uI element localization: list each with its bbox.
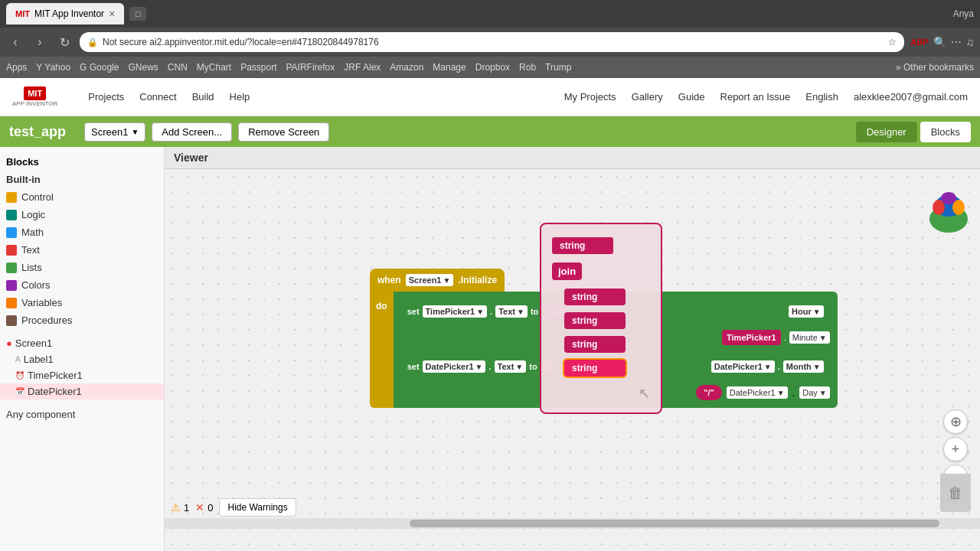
label1-tree-item[interactable]: A Label1: [0, 351, 164, 367]
datepicker1-tree-item[interactable]: 📅 DatePicker1: [0, 383, 164, 399]
lock-icon: 🔒: [87, 37, 98, 47]
blocks-label: Blocks: [6, 156, 39, 168]
app-top-bar: MIT APP INVENTOR Projects Connect Build …: [0, 78, 980, 116]
bookmark-dropbox[interactable]: Dropbox: [475, 62, 510, 73]
bookmark-yahoo[interactable]: Y Yahoo: [36, 62, 70, 73]
screen1-selector[interactable]: Screen1 ▼: [406, 274, 454, 286]
browser-chrome: MIT MIT App Inventor × □ Anya: [0, 0, 980, 28]
nav-report-issue[interactable]: Report an Issue: [720, 91, 791, 103]
ext-btn-music[interactable]: ♫: [966, 36, 975, 48]
bookmarks-bar: Apps Y Yahoo G Google GNews CNN MyChart …: [0, 57, 980, 78]
bookmark-cnn[interactable]: CNN: [168, 62, 188, 73]
zoom-in-btn[interactable]: +: [943, 437, 968, 461]
nav-language[interactable]: English: [805, 91, 838, 103]
ext-btn-2[interactable]: 🔍: [933, 36, 946, 48]
bookmark-pairfirefox[interactable]: PAIRFirefox: [286, 62, 335, 73]
screen1-icon: ●: [6, 337, 12, 349]
bookmark-passport[interactable]: Passport: [240, 62, 276, 73]
horizontal-scrollbar[interactable]: [165, 518, 980, 529]
blocks-section-label: Blocks: [0, 153, 164, 171]
bookmark-jrfalex[interactable]: JRF Alex: [344, 62, 381, 73]
datepicker1-label: DatePicker1: [28, 386, 82, 397]
sidebar-item-colors[interactable]: Colors: [0, 276, 164, 294]
popup-string-pill[interactable]: string: [552, 237, 613, 254]
string-block-3[interactable]: string: [564, 336, 626, 353]
nav-build[interactable]: Build: [192, 91, 214, 103]
more-bookmarks-btn[interactable]: » Other bookmarks: [896, 62, 974, 73]
scrollbar-thumb[interactable]: [410, 520, 939, 527]
viewer: Viewer when: [165, 147, 980, 551]
minute-selector[interactable]: Minute ▼: [789, 331, 830, 344]
hide-warnings-btn[interactable]: Hide Warnings: [219, 498, 296, 517]
to-keyword-1: to: [531, 307, 538, 316]
screen-selector[interactable]: Screen1 ▼: [84, 122, 145, 142]
bookmark-apps[interactable]: Apps: [6, 62, 27, 73]
bookmark-amazon[interactable]: Amazon: [390, 62, 423, 73]
variables-color-box: [6, 298, 17, 308]
nav-my-projects[interactable]: My Projects: [564, 91, 616, 103]
slash-string: "/": [696, 385, 722, 400]
nav-gallery[interactable]: Gallery: [632, 91, 663, 103]
sidebar-item-control[interactable]: Control: [0, 188, 164, 206]
month-value: Month: [786, 362, 812, 371]
text-dropdown-2: ▼: [515, 363, 523, 371]
datepicker1-selector[interactable]: DatePicker1 ▼: [423, 360, 486, 373]
any-component-item[interactable]: Any component: [0, 406, 164, 423]
new-tab-btn[interactable]: □: [127, 3, 149, 24]
designer-button[interactable]: Designer: [856, 122, 917, 142]
hour-selector[interactable]: Hour ▼: [789, 305, 824, 318]
math-label: Math: [21, 227, 44, 238]
nav-projects[interactable]: Projects: [88, 91, 124, 103]
text-value-1: Text: [498, 307, 515, 316]
dp1-dropdown: ▼: [764, 363, 772, 371]
remove-screen-button[interactable]: Remove Screen: [238, 122, 329, 142]
string-block-4[interactable]: string: [564, 360, 626, 377]
refresh-btn[interactable]: ↻: [55, 35, 74, 50]
sidebar-item-math[interactable]: Math: [0, 223, 164, 241]
trash-icon[interactable]: 🗑: [940, 474, 971, 512]
sidebar-item-procedures[interactable]: Procedures: [0, 311, 164, 329]
string-block-2[interactable]: string: [564, 312, 626, 329]
ext-btn-1[interactable]: ABP: [910, 37, 928, 47]
star-icon[interactable]: ☆: [888, 37, 897, 47]
screen1-tree-item[interactable]: ● Screen1: [0, 335, 164, 351]
sidebar-item-text[interactable]: Text: [0, 241, 164, 259]
text-selector-1[interactable]: Text ▼: [495, 305, 528, 318]
address-bar[interactable]: 🔒 Not secure ai2.appinventor.mit.edu/?lo…: [80, 32, 904, 52]
tab-close-btn[interactable]: ×: [109, 8, 115, 20]
bookmark-mychart[interactable]: MyChart: [197, 62, 231, 73]
zoom-reset-btn[interactable]: ⊕: [943, 409, 968, 434]
ext-btn-3[interactable]: ⋯: [951, 36, 962, 48]
mit-logo-box: MIT: [24, 86, 46, 100]
sidebar-item-lists[interactable]: Lists: [0, 259, 164, 276]
timepicker1-selector[interactable]: TimePicker1 ▼: [423, 305, 488, 318]
active-tab[interactable]: MIT MIT App Inventor ×: [6, 3, 124, 24]
nav-help[interactable]: Help: [230, 91, 250, 103]
nav-email[interactable]: alexklee2007@gmail.com: [854, 91, 968, 103]
bookmark-gnews[interactable]: GNews: [128, 62, 158, 73]
back-btn[interactable]: ‹: [6, 35, 24, 49]
nav-connect[interactable]: Connect: [139, 91, 176, 103]
timepicker1-tree-item[interactable]: ⏰ TimePicker1: [0, 367, 164, 383]
forward-btn[interactable]: ›: [31, 35, 49, 49]
datepicker1-day-selector[interactable]: DatePicker1 ▼: [727, 386, 788, 399]
nav-guide[interactable]: Guide: [678, 91, 705, 103]
month-selector[interactable]: Month ▼: [783, 360, 824, 373]
sidebar-item-logic[interactable]: Logic: [0, 206, 164, 223]
string-block-1[interactable]: string: [564, 289, 626, 305]
sidebar-item-variables[interactable]: Variables: [0, 294, 164, 311]
text-selector-2[interactable]: Text ▼: [495, 360, 527, 373]
day-selector[interactable]: Day ▼: [799, 386, 829, 399]
bookmark-rob[interactable]: Rob: [519, 62, 536, 73]
bookmark-trump[interactable]: Trump: [545, 62, 571, 73]
blocks-button[interactable]: Blocks: [920, 122, 971, 142]
add-screen-button[interactable]: Add Screen...: [152, 122, 232, 142]
viewer-canvas[interactable]: when Screen1 ▼ .Initialize do: [165, 169, 980, 550]
bookmark-manage[interactable]: Manage: [433, 62, 466, 73]
hour-value: Hour: [792, 307, 812, 316]
bookmark-google[interactable]: G Google: [80, 62, 119, 73]
tab-title: MIT App Inventor: [34, 8, 104, 19]
datepicker1-month-selector[interactable]: DatePicker1 ▼: [711, 360, 775, 373]
error-indicator: ✕ 0: [195, 501, 213, 514]
variables-label: Variables: [21, 297, 62, 308]
